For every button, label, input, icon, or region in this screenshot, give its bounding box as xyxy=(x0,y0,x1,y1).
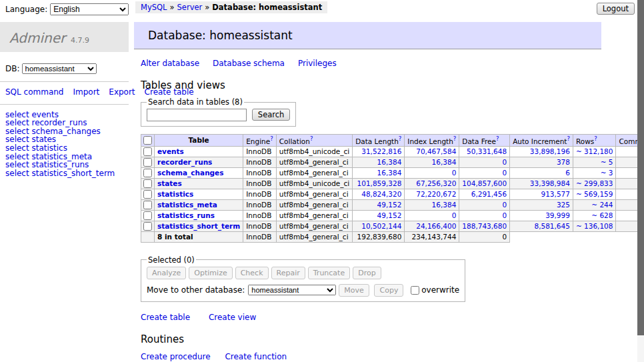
data-length-link[interactable]: 10,502,144 xyxy=(361,222,401,230)
repair-button[interactable]: Repair xyxy=(271,267,305,279)
rows-link[interactable]: ~ 628 xyxy=(591,211,613,219)
create-table-link[interactable]: Create table xyxy=(141,313,190,322)
truncate-button[interactable]: Truncate xyxy=(308,267,350,279)
help-link[interactable]: ? xyxy=(399,135,402,142)
row-checkbox[interactable] xyxy=(143,169,152,177)
auto-increment-link[interactable]: 913,577 xyxy=(541,190,570,198)
help-link[interactable]: ? xyxy=(496,135,499,142)
sidebar-item-select-statistics[interactable]: select statistics xyxy=(5,144,129,153)
rows-link[interactable]: ~ 136,108 xyxy=(576,222,613,230)
select-all-checkbox[interactable] xyxy=(143,136,152,145)
db-select[interactable]: homeassistant xyxy=(22,63,97,74)
table-name-link[interactable]: events xyxy=(157,147,184,155)
data-length-link[interactable]: 31,522,816 xyxy=(361,147,401,155)
rows-link[interactable]: ~ 5 xyxy=(601,158,613,166)
data-length-link[interactable]: 101,859,328 xyxy=(357,179,402,187)
index-length-link[interactable]: 16,384 xyxy=(432,201,457,209)
sidebar-item-select-statistics-runs[interactable]: select statistics_runs xyxy=(5,161,129,169)
table-name-link[interactable]: schema_changes xyxy=(157,169,224,177)
data-free-link[interactable]: 0 xyxy=(502,158,507,166)
create-procedure-link[interactable]: Create procedure xyxy=(141,352,211,361)
table-name-link[interactable]: statistics_meta xyxy=(157,201,217,209)
database-schema-link[interactable]: Database schema xyxy=(213,59,285,68)
index-length-link[interactable]: 0 xyxy=(452,169,457,177)
table-name-link[interactable]: states xyxy=(157,179,182,187)
index-length-link[interactable]: 16,384 xyxy=(432,158,457,166)
rows-link[interactable]: ~ 3 xyxy=(601,169,613,177)
help-link[interactable]: ? xyxy=(594,135,597,142)
copy-button[interactable]: Copy xyxy=(374,284,403,297)
data-length-link[interactable]: 49,152 xyxy=(377,201,402,209)
data-free-link[interactable]: 104,857,600 xyxy=(462,179,507,187)
index-length-link[interactable]: 70,467,584 xyxy=(416,147,456,155)
overwrite-checkbox[interactable] xyxy=(411,286,419,295)
optimize-button[interactable]: Optimize xyxy=(189,267,232,279)
total-void-cell xyxy=(510,231,644,242)
rows-link[interactable]: ~ 569,159 xyxy=(576,190,613,198)
auto-increment-link[interactable]: 39,999 xyxy=(545,211,570,219)
index-length-link[interactable]: 0 xyxy=(452,211,457,219)
auto-increment-link[interactable]: 325 xyxy=(557,201,570,209)
row-checkbox[interactable] xyxy=(143,222,152,231)
drop-button[interactable]: Drop xyxy=(353,267,381,279)
vertical-scrollbar[interactable] xyxy=(637,0,644,362)
sidebar-link-export[interactable]: Export xyxy=(109,87,135,97)
data-free-link[interactable]: 0 xyxy=(502,201,507,209)
logout-button[interactable]: Logout xyxy=(597,3,635,15)
table-name-link[interactable]: statistics_short_term xyxy=(157,222,240,230)
data-length-link[interactable]: 16,384 xyxy=(377,158,402,166)
row-checkbox[interactable] xyxy=(143,158,152,167)
auto-increment-link[interactable]: 6 xyxy=(565,169,570,177)
search-button[interactable]: Search xyxy=(252,109,291,121)
data-length-link[interactable]: 49,152 xyxy=(377,211,402,219)
create-function-link[interactable]: Create function xyxy=(225,352,287,361)
row-checkbox[interactable] xyxy=(143,147,152,156)
table-name-link[interactable]: recorder_runs xyxy=(157,158,212,166)
rows-link[interactable]: ~ 244 xyxy=(591,201,613,209)
sidebar-item-select-statistics-short-term[interactable]: select statistics_short_term xyxy=(5,169,129,178)
alter-database-link[interactable]: Alter database xyxy=(141,59,199,68)
search-input[interactable] xyxy=(147,109,247,121)
table-name-link[interactable]: statistics_runs xyxy=(157,211,215,219)
auto-increment-link[interactable]: 33,898,196 xyxy=(530,147,570,155)
help-link[interactable]: ? xyxy=(453,135,457,142)
main-content: Database: homeassistant Alter databaseDa… xyxy=(134,0,601,362)
language-select[interactable]: English xyxy=(50,3,129,15)
row-checkbox[interactable] xyxy=(143,179,152,188)
data-free-link[interactable]: 50,331,648 xyxy=(467,147,507,155)
row-checkbox[interactable] xyxy=(143,211,152,220)
rows-link[interactable]: ~ 299,833 xyxy=(576,179,613,187)
index-length-link[interactable]: 67,256,320 xyxy=(416,179,456,187)
column-header-data-free: Data Free? xyxy=(459,135,510,147)
index-length-link[interactable]: 72,220,672 xyxy=(416,190,456,198)
auto-increment-link[interactable]: 8,581,645 xyxy=(534,222,569,230)
data-length-link[interactable]: 16,384 xyxy=(377,169,402,177)
rows-link[interactable]: ~ 312,180 xyxy=(576,147,613,155)
table-name-link[interactable]: statistics xyxy=(157,190,193,198)
data-free-link[interactable]: 6,291,456 xyxy=(471,190,507,198)
help-link[interactable]: ? xyxy=(310,135,313,142)
help-link[interactable]: ? xyxy=(567,135,570,142)
create-view-link[interactable]: Create view xyxy=(209,313,256,322)
help-link[interactable]: ? xyxy=(270,135,273,142)
collation-cell: utf8mb4_unicode_ci xyxy=(276,146,352,157)
check-button[interactable]: Check xyxy=(235,267,269,279)
sidebar-link-sql-command[interactable]: SQL command xyxy=(5,87,63,97)
privileges-link[interactable]: Privileges xyxy=(298,59,337,68)
auto-increment-link[interactable]: 378 xyxy=(557,158,570,166)
data-free-link[interactable]: 188,743,680 xyxy=(462,222,507,230)
data-length-link[interactable]: 48,824,320 xyxy=(361,190,401,198)
collation-cell: utf8mb4_general_ci xyxy=(276,167,352,178)
row-checkbox[interactable] xyxy=(143,190,152,199)
sidebar-item-select-recorder-runs[interactable]: select recorder_runs xyxy=(5,119,129,127)
data-free-link[interactable]: 0 xyxy=(502,169,507,177)
data-free-link[interactable]: 0 xyxy=(502,211,507,219)
move-db-select[interactable]: homeassistant xyxy=(248,285,336,295)
analyze-button[interactable]: Analyze xyxy=(147,267,186,279)
scrollbar-thumb[interactable] xyxy=(637,0,644,335)
auto-increment-link[interactable]: 33,398,984 xyxy=(530,179,570,187)
row-checkbox[interactable] xyxy=(143,201,152,209)
sidebar-link-import[interactable]: Import xyxy=(73,87,99,97)
move-button[interactable]: Move xyxy=(339,284,369,297)
index-length-link[interactable]: 24,166,400 xyxy=(416,222,456,230)
